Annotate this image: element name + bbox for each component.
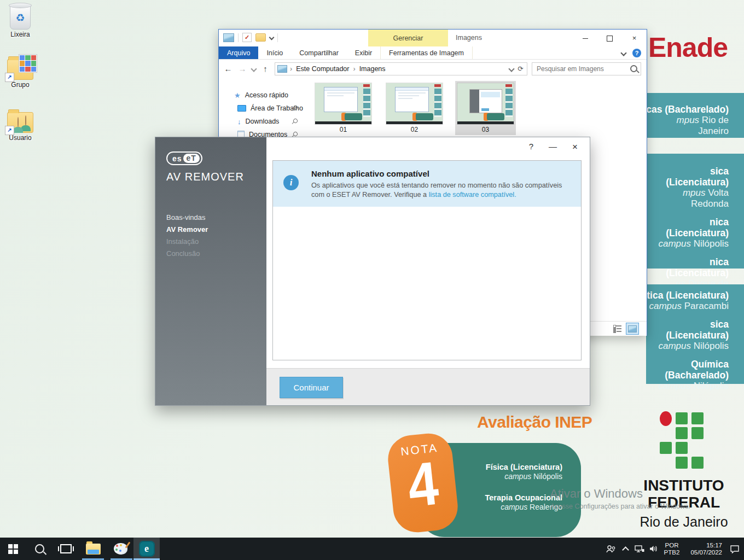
course-campus-word: mpus [677,115,700,125]
up-button[interactable]: ↑ [260,64,270,73]
sidebar-item-label: Downloads [246,118,280,125]
course-campus-city: Nilópolis [691,341,729,351]
contextual-tab-gerenciar[interactable]: Gerenciar [368,30,448,46]
back-button[interactable]: ← [223,64,233,73]
folder-icon: ↗ [7,59,33,80]
people-button[interactable] [604,538,618,560]
search-input[interactable] [536,65,628,73]
tab-inicio[interactable]: Início [258,46,291,59]
step-conclusao: Conclusão [166,248,266,260]
recent-locations-chevron-icon[interactable] [251,66,257,72]
ribbon-expand-chevron-icon[interactable] [620,50,626,56]
action-center-button[interactable] [725,538,744,560]
tab-exibir[interactable]: Exibir [347,46,380,59]
desktop-icon-label: Grupo [0,81,40,89]
paint-icon [114,543,127,555]
tab-arquivo[interactable]: Arquivo [219,46,258,59]
course-campus-word: campus [658,238,691,249]
recycle-bin-icon: ♻ [10,4,31,30]
ifrj-logo-red-dot [660,411,672,426]
compatible-software-link[interactable]: lista de software compatível. [429,191,516,199]
file-item-01[interactable]: 01 [313,81,374,135]
eset-logo-left: es [172,154,182,163]
course-entry: cas (Bacharelado) mpus Rio de Janeiro [646,104,729,137]
course-campus-word: campus [658,341,691,351]
course-name: nica (Licenciatura) [666,217,729,238]
course-name: nica (Licenciatura) [666,256,729,278]
person-icon [13,118,23,133]
thumbnail-view-icon[interactable] [626,323,639,335]
qat-customize-chevron-icon[interactable] [269,35,275,40]
volume-button[interactable] [647,538,661,560]
refresh-icon[interactable]: ⟳ [518,65,524,73]
course-entry: sica (Licenciatura) campus Nilópolis [646,319,729,352]
file-explorer-icon [86,544,101,555]
wallpaper-course-block-a: cas (Bacharelado) mpus Rio de Janeiro [646,93,744,138]
group-grid-icon [19,54,37,73]
start-button[interactable] [0,538,26,560]
maximize-button[interactable] [597,30,622,46]
content-panel: i Nenhum aplicativo compatível Os aplica… [272,160,582,360]
time: 15:17 [706,542,722,549]
sidebar-item-label: Acesso rápido [245,91,288,99]
language-indicator[interactable]: POR PTB2 [661,542,683,556]
message-title: Nenhum aplicativo compatível [311,169,571,178]
close-button[interactable]: × [572,142,578,153]
details-view-icon[interactable] [613,325,621,332]
shortcut-arrow-icon: ↗ [5,73,14,82]
task-view-button[interactable] [53,538,79,560]
tab-ferramentas-de-imagem[interactable]: Ferramentas de Imagem [380,46,473,59]
institute-line3: Rio de Janeiro [629,514,739,530]
forward-button[interactable]: → [237,64,247,73]
desktop: o Enade cas (Bacharelado) mpus Rio de Ja… [0,0,744,560]
course-campus-word: mpus [683,188,706,198]
close-button[interactable]: × [622,30,647,46]
eset-av-remover-window: es eT AV REMOVER Boas-vindas AV Remover … [155,137,590,406]
taskbar-search-button[interactable] [26,538,53,560]
recycle-glyph: ♻ [10,11,30,24]
sidebar-item-downloads[interactable]: ↓ Downloads [219,115,305,128]
file-item-02[interactable]: 02 [384,81,445,135]
taskbar-eset-button[interactable]: e [133,538,160,560]
tab-compartilhar[interactable]: Compartilhar [291,46,347,59]
sidebar-item-acesso-rapido[interactable]: ★ Acesso rápido [219,89,305,102]
eset-logo-right: eT [183,154,200,163]
keyboard-layout: PTB2 [664,549,680,556]
minimize-button[interactable] [573,30,597,46]
sidebar-item-area-de-trabalho[interactable]: Área de Trabalho [219,102,305,115]
desktop-folder-icon [237,105,246,112]
network-button[interactable] [632,538,647,560]
help-icon[interactable]: ? [632,49,641,57]
taskbar-paint-button[interactable] [107,538,133,560]
search-icon[interactable] [630,65,637,72]
help-button[interactable]: ? [529,142,533,153]
product-title: AV REMOVER [166,171,266,183]
institute-line1: INSTITUTO [629,477,739,494]
taskbar-file-explorer-button[interactable] [79,538,107,560]
hidden-icons-button[interactable] [618,538,632,560]
clock[interactable]: 15:17 05/07/2022 [683,542,725,556]
address-box[interactable]: › Este Computador › Imagens ⟳ [275,62,527,75]
desktop-icon-grupo[interactable]: ↗ Grupo [0,55,40,89]
address-dropdown-chevron-icon[interactable] [508,66,514,72]
course-entry: tica (Licenciatura) campus Paracambi [646,290,729,312]
search-box[interactable] [532,62,641,75]
desktop-icon-usuario[interactable]: ↗ Usuario [0,108,40,142]
step-av-remover: AV Remover [166,224,266,236]
speaker-icon [649,545,659,553]
properties-quick-icon[interactable]: ✓ [242,33,252,42]
continue-button[interactable]: Continuar [280,377,343,398]
new-folder-quick-icon[interactable] [255,33,266,42]
minimize-button[interactable]: — [549,142,557,153]
file-thumbnail [457,83,514,124]
breadcrumb-este-computador[interactable]: Este Computador [295,65,350,73]
breadcrumb-imagens[interactable]: Imagens [358,65,387,73]
people-icon [606,545,617,553]
eset-logo: es eT [166,151,202,165]
course-name: sica (Licenciatura) [666,319,729,341]
nota-value: 4 [392,453,454,516]
desktop-icon-recycle-bin[interactable]: ♻ Lixeira [0,4,40,38]
search-icon [35,544,44,553]
file-item-03-selected[interactable]: 03 [455,81,516,135]
shortcut-arrow-icon: ↗ [5,126,14,135]
